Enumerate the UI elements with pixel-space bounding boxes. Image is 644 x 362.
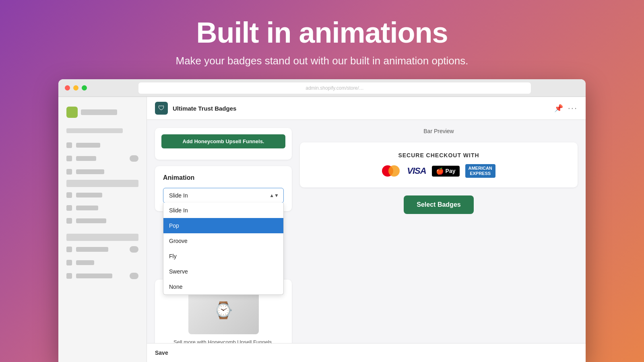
sidebar-item-label — [76, 193, 102, 197]
sidebar-badge-2 — [130, 246, 138, 253]
app-header-icon: 🛡 — [155, 102, 168, 115]
apple-pay-badge: 🍎 Pay — [432, 166, 460, 177]
sidebar-logo — [58, 103, 147, 126]
sidebar-item-label — [76, 156, 96, 161]
sidebar-item[interactable] — [58, 214, 147, 227]
dropdown-item-fly[interactable]: Fly — [163, 249, 283, 264]
left-panel: Add Honeycomb Upsell Funnels. Animation … — [155, 128, 292, 335]
sidebar-section-label-2 — [66, 234, 138, 241]
sidebar-item[interactable] — [58, 202, 147, 214]
apple-icon: 🍎 — [436, 167, 444, 175]
amex-badge: AMERICAN EXPRESS — [465, 164, 495, 178]
sidebar-item-icon — [66, 273, 72, 279]
shopify-sidebar — [58, 97, 147, 362]
animation-dropdown-menu: Slide In Pop Groove Fly Swerve None — [163, 203, 284, 295]
browser-body: 🛡 Ultimate Trust Badges 📌 ··· Add Honeyc… — [58, 97, 586, 362]
animation-section: Animation Slide In Pop Groove Fly Swerve… — [155, 166, 292, 211]
dropdown-item-pop[interactable]: Pop — [163, 218, 283, 233]
sidebar-section-label — [66, 180, 138, 187]
app-header: 🛡 Ultimate Trust Badges 📌 ··· — [147, 97, 586, 120]
sidebar-item-label — [76, 169, 104, 174]
save-bar: Save — [147, 343, 586, 362]
traffic-light-red[interactable] — [65, 85, 70, 90]
sidebar-item-icon — [66, 156, 72, 161]
sidebar-badge — [130, 155, 138, 162]
mastercard-icon — [382, 165, 401, 177]
traffic-light-green[interactable] — [82, 85, 87, 90]
hero-subtitle: Make your badges stand out with our buil… — [176, 55, 469, 67]
sidebar-item-icon — [66, 260, 72, 265]
sidebar-item-label — [76, 218, 106, 223]
panel-scroll: Add Honeycomb Upsell Funnels. Animation … — [147, 120, 586, 343]
dropdown-item-groove[interactable]: Groove — [163, 233, 283, 249]
sidebar-store — [58, 126, 147, 139]
animation-select[interactable]: Slide In Pop Groove Fly Swerve None — [163, 188, 284, 203]
sidebar-item[interactable] — [58, 243, 147, 256]
hero-section: Built in animations Make your badges sta… — [176, 0, 469, 79]
hero-title: Built in animations — [176, 16, 469, 49]
save-button[interactable]: Save — [155, 350, 168, 356]
sidebar-item-icon — [66, 247, 72, 252]
sidebar-item[interactable] — [58, 152, 147, 165]
dropdown-item-slide-in[interactable]: Slide In — [163, 203, 283, 218]
sidebar-item[interactable] — [58, 256, 147, 269]
browser-window: admin.shopify.com/store/… — [58, 79, 586, 362]
select-badges-wrapper: Select Badges — [300, 194, 578, 214]
dropdown-item-swerve[interactable]: Swerve — [163, 264, 283, 279]
shopify-logo-text — [81, 109, 117, 115]
sidebar-item[interactable] — [58, 165, 147, 178]
sidebar-item-icon — [66, 218, 72, 224]
sidebar-item-icon — [66, 205, 72, 211]
sidebar-item[interactable] — [58, 189, 147, 202]
select-badges-button[interactable]: Select Badges — [404, 195, 473, 214]
sidebar-item-label — [76, 206, 98, 210]
sidebar-item-label — [76, 274, 112, 278]
sidebar-item[interactable] — [58, 139, 147, 152]
shopify-logo-icon — [66, 107, 78, 118]
mc-circle-yellow — [388, 165, 400, 177]
promo-card: Add Honeycomb Upsell Funnels. — [155, 128, 292, 160]
sidebar-item-label — [76, 260, 94, 265]
checkout-title: SECURE CHECKOUT WITH — [398, 152, 479, 158]
amex-text-line1: AMERICAN — [469, 166, 492, 171]
app-header-title: Ultimate Trust Badges — [173, 105, 236, 112]
more-options-icon[interactable]: ··· — [568, 103, 578, 113]
url-bar[interactable]: admin.shopify.com/store/… — [138, 82, 531, 94]
right-panel: Bar Preview SECURE CHECKOUT WITH VISA — [300, 128, 578, 335]
sidebar-badge-3 — [130, 273, 138, 279]
sidebar-item-icon — [66, 142, 72, 148]
promo-button[interactable]: Add Honeycomb Upsell Funnels. — [161, 134, 285, 148]
pin-icon[interactable]: 📌 — [554, 104, 563, 113]
sidebar-item[interactable] — [58, 269, 147, 283]
sidebar-item-icon — [66, 169, 72, 175]
traffic-light-yellow[interactable] — [73, 85, 78, 90]
dropdown-item-none[interactable]: None — [163, 279, 283, 294]
browser-titlebar: admin.shopify.com/store/… — [58, 79, 586, 97]
sidebar-item-icon — [66, 192, 72, 198]
main-content: 🛡 Ultimate Trust Badges 📌 ··· Add Honeyc… — [147, 97, 586, 362]
payment-icons: VISA 🍎 Pay AMERICAN EXPRESS — [382, 164, 495, 178]
animation-section-title: Animation — [163, 174, 284, 181]
visa-badge: VISA — [407, 166, 426, 176]
watch-caption: Sell more with Honeycomb Upsell Funnels. — [173, 339, 273, 343]
sidebar-item-label — [76, 247, 108, 252]
bar-preview-label: Bar Preview — [300, 128, 578, 134]
sidebar-item-label — [76, 143, 100, 148]
sidebar-store-name — [66, 128, 123, 133]
amex-text-line2: EXPRESS — [469, 171, 492, 176]
animation-select-wrapper: Slide In Pop Groove Fly Swerve None ▲▼ S… — [163, 188, 284, 203]
checkout-card: SECURE CHECKOUT WITH VISA 🍎 — [300, 142, 578, 187]
apple-pay-text: Pay — [446, 168, 456, 174]
